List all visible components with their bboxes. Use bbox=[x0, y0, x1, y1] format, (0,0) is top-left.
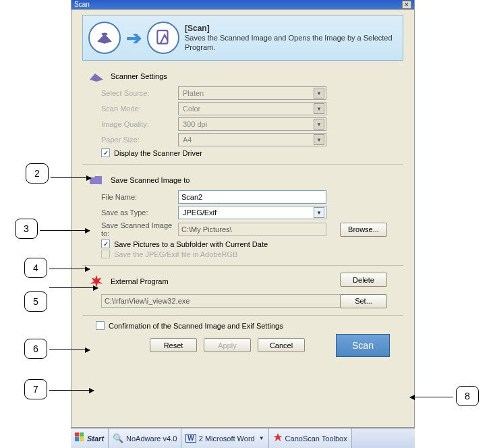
save-to-value: C:\My Pictures\ bbox=[181, 225, 232, 233]
checkbox-icon bbox=[96, 321, 105, 330]
chevron-down-icon: ▼ bbox=[259, 435, 264, 441]
scan-mode-value: Color bbox=[183, 105, 200, 113]
subfolder-label: Save Pictures to a Subfolder with Curren… bbox=[114, 240, 268, 248]
select-source-label: Select Source: bbox=[88, 89, 175, 97]
taskbar: Start 🔍 NoAdware v4.0 W 2 Microsoft Word… bbox=[71, 428, 415, 448]
svg-point-0 bbox=[102, 32, 108, 35]
close-icon[interactable]: ✕ bbox=[402, 1, 411, 9]
apply-button: Apply bbox=[204, 338, 251, 352]
canoscan-icon bbox=[273, 432, 283, 444]
titlebar: Scan ✕ bbox=[71, 0, 414, 9]
arrow-icon: ➔ bbox=[126, 27, 142, 49]
save-as-type-value: JPEG/Exif bbox=[183, 208, 216, 217]
app-icon: 🔍 bbox=[113, 433, 123, 443]
callout-5: 5 bbox=[24, 291, 47, 312]
display-driver-checkbox[interactable]: ✓ Display the Scanner Driver bbox=[88, 148, 398, 157]
image-quality-value: 300 dpi bbox=[183, 120, 207, 128]
select-source-value: Platen bbox=[183, 89, 204, 97]
program-icon bbox=[147, 22, 179, 54]
banner-desc: Saves the Scanned Image and Opens the Im… bbox=[185, 33, 397, 53]
scanner-settings-icon bbox=[88, 69, 105, 84]
scan-dialog: Scan ✕ ➔ [Scan] Saves the Scanned Image … bbox=[71, 0, 415, 428]
confirm-checkbox[interactable]: Confirmation of the Scanned Image and Ex… bbox=[82, 321, 403, 330]
callout-8: 8 bbox=[456, 386, 479, 406]
save-to-input[interactable]: C:\My Pictures\ bbox=[178, 223, 326, 236]
save-to-label: Save Scanned Image to: bbox=[88, 221, 175, 237]
taskbar-item-word[interactable]: W 2 Microsoft Word ▼ bbox=[181, 428, 268, 448]
svg-rect-5 bbox=[80, 437, 84, 441]
external-path-input[interactable]: C:\IrfanView\i_view32.exe bbox=[101, 294, 344, 308]
window-title: Scan bbox=[74, 1, 90, 8]
scanner-settings-heading: Scanner Settings bbox=[111, 72, 167, 80]
svg-rect-2 bbox=[75, 432, 79, 437]
checkbox-icon: ✓ bbox=[101, 240, 110, 248]
svg-rect-4 bbox=[75, 437, 79, 441]
cancel-button[interactable]: Cancel bbox=[258, 338, 305, 352]
external-heading: External Program bbox=[111, 277, 169, 285]
paper-size-dropdown: A4 ▼ bbox=[178, 133, 326, 146]
reset-button[interactable]: Reset bbox=[150, 338, 197, 352]
display-driver-label: Display the Scanner Driver bbox=[114, 149, 202, 157]
save-heading: Save Scanned Image to bbox=[111, 176, 190, 184]
taskbar-label: 2 Microsoft Word bbox=[199, 435, 255, 443]
paper-size-value: A4 bbox=[183, 136, 192, 144]
scan-mode-dropdown: Color ▼ bbox=[178, 102, 326, 115]
checkbox-icon: ✓ bbox=[101, 148, 110, 157]
banner-title: [Scan] bbox=[185, 24, 397, 33]
callout-2: 2 bbox=[26, 163, 49, 184]
external-path-value: C:\IrfanView\i_view32.exe bbox=[105, 297, 190, 305]
select-source-dropdown: Platen ▼ bbox=[178, 86, 326, 100]
svg-rect-3 bbox=[80, 432, 84, 437]
image-quality-dropdown: 300 dpi ▼ bbox=[178, 117, 326, 131]
chevron-down-icon: ▼ bbox=[314, 88, 324, 99]
confirm-label: Confirmation of the Scanned Image and Ex… bbox=[109, 322, 283, 330]
chevron-down-icon[interactable]: ▼ bbox=[314, 207, 324, 218]
scan-button[interactable]: Scan bbox=[336, 334, 390, 357]
taskbar-item-canoscan[interactable]: CanoScan Toolbox bbox=[269, 428, 352, 448]
chevron-down-icon: ▼ bbox=[314, 119, 324, 130]
word-icon: W bbox=[185, 434, 196, 443]
taskbar-item-noadware[interactable]: 🔍 NoAdware v4.0 bbox=[109, 428, 181, 448]
footer-section: Confirmation of the Scanned Image and Ex… bbox=[82, 316, 403, 356]
adobergb-checkbox: Save the JPEG/Exif file in AdobeRGB bbox=[88, 250, 398, 258]
file-name-label: File Name: bbox=[88, 193, 175, 201]
windows-icon bbox=[75, 432, 84, 444]
start-button[interactable]: Start bbox=[71, 428, 109, 448]
file-name-input[interactable]: Scan2 bbox=[178, 190, 326, 204]
callout-4: 4 bbox=[24, 258, 47, 278]
delete-button[interactable]: Delete bbox=[340, 273, 387, 287]
start-label: Start bbox=[87, 435, 104, 443]
taskbar-label: CanoScan Toolbox bbox=[285, 435, 347, 443]
save-as-type-dropdown[interactable]: JPEG/Exif ▼ bbox=[178, 206, 326, 219]
subfolder-checkbox[interactable]: ✓ Save Pictures to a Subfolder with Curr… bbox=[88, 240, 398, 248]
image-quality-label: Image Quality: bbox=[88, 120, 175, 128]
adobergb-label: Save the JPEG/Exif file in AdobeRGB bbox=[114, 250, 237, 258]
paper-size-label: Paper Size: bbox=[88, 136, 175, 144]
save-as-type-label: Save as Type: bbox=[88, 208, 175, 217]
set-button[interactable]: Set... bbox=[340, 294, 387, 308]
scanner-settings-section: Scanner Settings Select Source: Platen ▼… bbox=[82, 66, 403, 165]
taskbar-label: NoAdware v4.0 bbox=[126, 435, 177, 443]
callout-3: 3 bbox=[15, 219, 38, 239]
external-section: External Program Delete C:\IrfanView\i_v… bbox=[82, 271, 403, 316]
chevron-down-icon: ▼ bbox=[314, 103, 324, 114]
scan-mode-label: Scan Mode: bbox=[88, 105, 175, 113]
checkbox-icon bbox=[101, 250, 110, 258]
chevron-down-icon: ▼ bbox=[314, 134, 324, 145]
banner: ➔ [Scan] Saves the Scanned Image and Ope… bbox=[82, 15, 403, 61]
callout-7: 7 bbox=[24, 379, 47, 399]
callout-6: 6 bbox=[24, 339, 47, 359]
scanner-icon bbox=[88, 22, 121, 54]
file-name-value: Scan2 bbox=[181, 193, 202, 201]
browse-button[interactable]: Browse... bbox=[340, 223, 387, 237]
save-section: Save Scanned Image to File Name: Scan2 S… bbox=[82, 170, 403, 266]
